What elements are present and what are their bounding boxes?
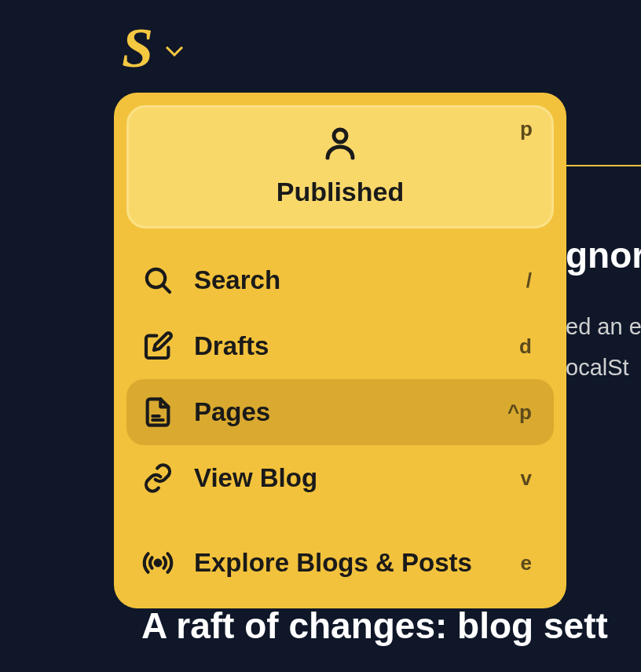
shortcut-key: p — [520, 117, 533, 141]
menu-item-label: View Blog — [194, 463, 502, 493]
tab-underline — [566, 165, 641, 166]
menu-item-drafts[interactable]: Drafts d — [126, 313, 554, 379]
svg-point-5 — [156, 561, 161, 566]
logo-dropdown-trigger[interactable]: S — [122, 20, 184, 76]
navigation-dropdown: p Published Search / Drafts d — [114, 93, 566, 608]
shortcut-key: ^p — [507, 400, 540, 425]
menu-item-label: Drafts — [194, 331, 500, 361]
menu-item-search[interactable]: Search / — [126, 247, 554, 313]
broadcast-icon — [141, 546, 175, 580]
edit-icon — [141, 329, 175, 363]
menu-item-published[interactable]: p Published — [126, 105, 554, 228]
shortcut-key: e — [521, 551, 540, 575]
menu-item-label: Search — [194, 265, 507, 295]
app-logo: S — [122, 20, 153, 76]
search-icon — [141, 263, 175, 298]
svg-point-0 — [334, 130, 346, 142]
bg-article-text: ed an e ocalSt — [566, 306, 641, 388]
shortcut-key: d — [519, 334, 540, 359]
menu-item-label: Explore Blogs & Posts — [194, 548, 502, 578]
menu-item-label: Published — [277, 177, 404, 207]
background-content: gnor ed an e ocalSt — [566, 234, 641, 388]
link-icon — [141, 461, 175, 495]
page-icon — [141, 395, 175, 429]
menu-item-label: Pages — [194, 397, 489, 427]
shortcut-key: / — [526, 268, 540, 293]
bg-article-title-2: A raft of changes: blog sett — [141, 604, 608, 647]
shortcut-key: v — [521, 466, 540, 491]
menu-item-explore[interactable]: Explore Blogs & Posts e — [126, 530, 554, 596]
menu-divider — [126, 511, 554, 530]
chevron-down-icon — [165, 46, 184, 57]
svg-line-2 — [163, 285, 170, 292]
menu-item-view-blog[interactable]: View Blog v — [126, 445, 554, 511]
bg-article-title: gnor — [566, 234, 641, 276]
menu-item-pages[interactable]: Pages ^p — [126, 379, 554, 445]
user-icon — [321, 125, 359, 166]
